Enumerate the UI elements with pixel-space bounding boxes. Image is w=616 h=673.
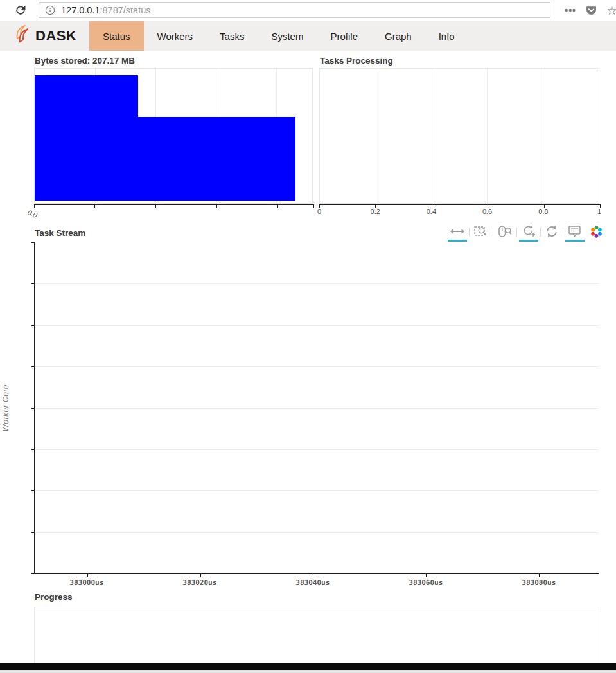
axis-tick	[155, 204, 156, 208]
gridline	[35, 449, 599, 450]
gridline	[35, 366, 599, 367]
tab-system[interactable]: System	[258, 21, 317, 51]
wheel-zoom-mouse-tool-icon[interactable]	[495, 224, 515, 239]
url-path: :8787/status	[100, 5, 150, 15]
x-tick-label: 0.2	[371, 208, 380, 215]
x-tick-label: 0.6	[482, 208, 492, 215]
box-zoom-tool-icon[interactable]	[471, 224, 491, 239]
tab-tasks[interactable]: Tasks	[206, 21, 258, 51]
axis-tick	[31, 573, 35, 574]
x-tick-label: 383040us	[295, 579, 330, 587]
tasks-processing-plot	[319, 68, 599, 204]
bokeh-logo-icon[interactable]	[590, 225, 603, 238]
x-tick-label: 383060us	[409, 579, 443, 587]
axis-tick	[426, 573, 427, 577]
x-tick-label: 1	[597, 208, 601, 215]
dask-logo-icon	[11, 24, 33, 48]
axis-tick	[31, 449, 35, 450]
x-tick-label: 383020us	[182, 579, 216, 587]
dask-navbar: DASK StatusWorkersTasksSystemProfileGrap…	[0, 21, 616, 51]
axis-tick	[31, 242, 35, 243]
axis-tick	[31, 366, 35, 367]
axis-tick	[539, 573, 540, 577]
nav-tabs: StatusWorkersTasksSystemProfileGraphInfo	[89, 21, 468, 51]
dask-brand: DASK	[0, 21, 78, 51]
pocket-icon[interactable]	[585, 4, 597, 17]
gridline	[35, 283, 599, 284]
browser-chrome: 127.0.0.1:8787/status ••• ☆	[0, 0, 616, 21]
wheel-zoom-tool-icon[interactable]	[519, 224, 538, 239]
toolbar-separator	[563, 228, 563, 236]
axis-tick	[200, 573, 201, 577]
axis-tick	[34, 204, 35, 208]
task-stream-y-axis-label: Worker Core	[0, 242, 12, 574]
progress-panel	[34, 607, 599, 664]
taskbar-strip	[0, 670, 616, 673]
bytes-stored-bar	[138, 117, 295, 201]
x-tick-label: 383000us	[69, 579, 103, 587]
axis-tick	[216, 204, 217, 208]
gridline	[35, 490, 599, 491]
gridline	[376, 69, 376, 203]
brand-title: DASK	[35, 28, 76, 44]
axis-tick	[277, 204, 278, 208]
reset-tool-icon[interactable]	[543, 224, 561, 239]
toolbar-separator	[469, 228, 470, 236]
task-stream-title: Task Stream	[35, 228, 85, 238]
axis-tick	[313, 573, 313, 577]
progress-title: Progress	[35, 592, 73, 602]
toolbar-separator	[493, 228, 493, 236]
bytes-stored-title: Bytes stored: 207.17 MB	[35, 56, 135, 66]
bokeh-toolbar	[448, 222, 603, 241]
bookmark-star-icon[interactable]: ☆	[606, 3, 616, 18]
tab-status[interactable]: Status	[89, 21, 144, 51]
task-stream-plot[interactable]	[34, 242, 599, 574]
x-tick-label: 383080us	[522, 579, 556, 587]
x-tick-label: 0	[317, 208, 321, 215]
page-actions-icon[interactable]: •••	[565, 5, 576, 15]
dask-dashboard-screen: 127.0.0.1:8787/status ••• ☆ DASK St	[0, 0, 616, 673]
axis-tick	[31, 325, 35, 326]
gridline	[35, 532, 599, 533]
url-bar[interactable]: 127.0.0.1:8787/status	[39, 2, 550, 18]
axis-tick	[87, 573, 88, 577]
axis-tick	[94, 204, 95, 208]
axis-tick	[313, 204, 314, 208]
reload-icon[interactable]	[14, 4, 27, 17]
taskbar-edge	[0, 663, 616, 670]
toolbar-separator	[540, 228, 541, 236]
gridline	[543, 69, 543, 203]
x-tick-label: 0.4	[427, 208, 436, 215]
hover-tool-icon[interactable]	[565, 224, 585, 239]
gridline	[487, 69, 488, 203]
site-info-icon[interactable]	[45, 5, 55, 15]
x-tick-label: 0.8	[538, 208, 548, 215]
pan-tool-icon[interactable]	[448, 224, 467, 239]
toolbar-separator	[516, 228, 517, 236]
gridline	[35, 325, 599, 326]
tab-graph[interactable]: Graph	[371, 21, 425, 51]
axis-tick	[31, 283, 35, 284]
url-host: 127.0.0.1	[61, 5, 100, 15]
tasks-processing-x-axis	[319, 204, 600, 205]
gridline	[35, 408, 599, 409]
tasks-processing-title: Tasks Processing	[320, 56, 393, 66]
bytes-stored-plot	[34, 68, 313, 204]
gridline	[432, 69, 432, 203]
tab-info[interactable]: Info	[425, 21, 468, 51]
tab-workers[interactable]: Workers	[144, 21, 207, 51]
axis-tick	[31, 408, 35, 409]
bytes-stored-x-tick-label: 0.0	[26, 208, 39, 219]
bytes-stored-bar	[35, 75, 138, 201]
bytes-stored-x-axis	[34, 204, 313, 205]
axis-tick	[31, 532, 35, 533]
axis-tick	[31, 490, 35, 491]
url-text: 127.0.0.1:8787/status	[61, 5, 150, 15]
tab-profile[interactable]: Profile	[317, 21, 371, 51]
